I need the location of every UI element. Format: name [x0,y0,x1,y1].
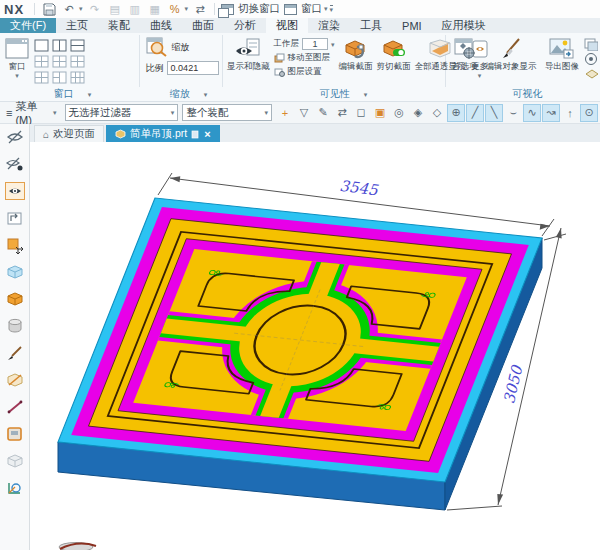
copy-icon[interactable]: ▥ [127,2,143,17]
move-component-icon[interactable] [5,236,25,254]
layout-single-icon[interactable] [34,39,49,52]
edit-section-button[interactable]: 编辑截面 [337,35,375,73]
tab-analysis[interactable]: 分析 [224,18,266,33]
section-view-icon[interactable] [5,371,25,389]
tab-render[interactable]: 渲染 [308,18,350,33]
layout-grid-icon[interactable] [52,55,67,68]
clipped-icon[interactable] [584,37,598,51]
graphics-window[interactable]: 3545 3050 [30,142,600,550]
layout-grid-icon[interactable] [34,55,49,68]
show-hide-toggle-icon[interactable] [5,155,25,173]
tab-surface[interactable]: 曲面 [182,18,224,33]
layout-grid-icon[interactable] [70,55,85,68]
switch-window-label[interactable]: 切换窗口 [238,2,280,16]
undo-dropdown-icon[interactable]: ▾ [79,5,83,13]
preferences-button[interactable]: 首选项 [448,35,482,73]
work-layer-dropdown-icon[interactable]: ▾ [331,41,335,48]
swap-selection-icon[interactable]: ⇄ [333,104,351,122]
preferences-label: 首选项 [452,62,478,72]
snap-body-icon[interactable]: ▣ [371,104,389,122]
layout-mixed-icon[interactable] [52,71,67,84]
clipped-icon[interactable] [584,52,598,66]
solid-box-icon[interactable] [5,290,25,308]
undo-icon[interactable]: ↶ [61,2,77,17]
snap-spline-icon[interactable]: ∿ [523,104,541,122]
snap-crosshair-icon[interactable]: ◎ [390,104,408,122]
visibility-group-label[interactable]: 可见性 ▾ [232,87,455,101]
tab-file[interactable]: 文件(F) [0,18,56,33]
move-to-layer-button[interactable]: 移动至图层 [274,52,335,64]
clipped-bottom-object [59,543,96,550]
sketch-icon[interactable] [5,479,25,497]
snap-vertex-icon[interactable]: ↑ [561,104,579,122]
move-object-icon[interactable]: % [167,2,183,17]
wireframe-solid-icon[interactable]: ◇ [428,104,446,122]
layout-two-row-icon[interactable] [70,39,85,52]
tab-curve[interactable]: 曲线 [140,18,182,33]
selection-filter-dropdown[interactable]: 无选择过滤器 ▾ [65,104,179,121]
part-tab-label: 简单吊顶.prt [130,127,187,141]
measure-icon[interactable] [5,398,25,416]
edit-object-display-button[interactable]: 编辑对象显示 [482,35,540,73]
hud-panel-icon[interactable] [5,425,25,443]
layout-mixed-icon[interactable] [70,71,85,84]
shaded-solid-icon[interactable]: ◈ [409,104,427,122]
home-icon: ⌂ [43,129,49,140]
close-tab-icon[interactable]: × [204,128,210,140]
filter-icon[interactable]: ▽ [295,104,313,122]
deselect-icon[interactable]: ◻ [352,104,370,122]
window-dropdown-icon[interactable]: ▾ [324,5,328,13]
snap-arc-icon[interactable]: ⌣ [504,104,522,122]
cylinder-icon[interactable] [5,317,25,335]
tab-view[interactable]: 视图 [266,18,308,33]
show-hide-button[interactable]: 显示和隐藏 [225,35,272,73]
snap-midpoint-icon[interactable]: ╱ [466,104,484,122]
tab-home[interactable]: 主页 [56,18,98,33]
window-label[interactable]: 窗口 [301,2,322,16]
snap-curve-icon[interactable]: ↝ [542,104,560,122]
layer-settings-button[interactable]: 图层设置 [274,66,335,78]
ratio-input[interactable]: 0.0421 [167,61,219,75]
export-image-button[interactable]: 导出图像 [540,35,584,73]
ribbon-view: 窗口 ▾ 缩放 比例 0.04 [0,33,600,87]
nx-application-window: NX ↶ ▾ ↷ ▤ ▥ ▦ % ▾ ⇄ 切换窗口 窗口 ▾ ▾ 文件(F) 主… [0,0,600,550]
clip-section-button[interactable]: 剪切截面 [375,35,413,73]
snap-endpoint-icon[interactable]: ⊕ [447,104,465,122]
tab-welcome-page[interactable]: ⌂ 欢迎页面 [34,125,104,142]
redo-icon[interactable]: ↷ [87,2,103,17]
zoom-button[interactable]: 缩放 [146,37,190,57]
visualization-group-label[interactable]: 可视化 [455,87,600,101]
window-button[interactable]: 窗口 ▾ [2,35,32,80]
brush-icon[interactable] [5,344,25,362]
work-layer-input[interactable]: 1 [302,38,328,50]
refresh-icon[interactable]: ⇄ [192,2,208,17]
customize-quick-access-icon[interactable]: ▾ [330,5,334,14]
zoom-group-dropdown-icon: ▾ [204,91,208,98]
selection-scope-dropdown[interactable]: 整个装配 ▾ [182,104,272,121]
layout-two-column-icon[interactable] [52,39,67,52]
zoom-group-label[interactable]: 缩放 ▾ [145,87,232,101]
save-icon[interactable] [41,2,57,17]
snap-center-icon[interactable]: ⊙ [580,104,598,122]
tab-application[interactable]: 应用模块 [432,18,496,33]
paste-icon[interactable]: ▦ [147,2,163,17]
layer-settings-icon [274,67,285,77]
tab-part-document[interactable]: 简单吊顶.prt × [106,125,220,142]
window-icon[interactable] [284,4,297,15]
edit-filter-icon[interactable]: ✎ [314,104,332,122]
view-orient-icon[interactable] [5,209,25,227]
cut-icon[interactable]: ▤ [107,2,123,17]
ghost-box-icon[interactable] [5,452,25,470]
move-object-dropdown-icon[interactable]: ▾ [185,5,189,13]
layout-grid-icon[interactable] [34,71,49,84]
show-only-icon[interactable] [5,182,25,200]
tab-pmi[interactable]: PMI [392,18,432,33]
select-all-icon[interactable]: + [276,104,294,122]
snap-line-icon[interactable]: ╲ [485,104,503,122]
tab-tools[interactable]: 工具 [350,18,392,33]
switch-window-icon[interactable] [221,4,234,15]
hide-icon[interactable] [5,128,25,146]
clipped-icon[interactable] [584,67,598,81]
tab-assembly[interactable]: 装配 [98,18,140,33]
shaded-view-icon[interactable] [5,263,25,281]
